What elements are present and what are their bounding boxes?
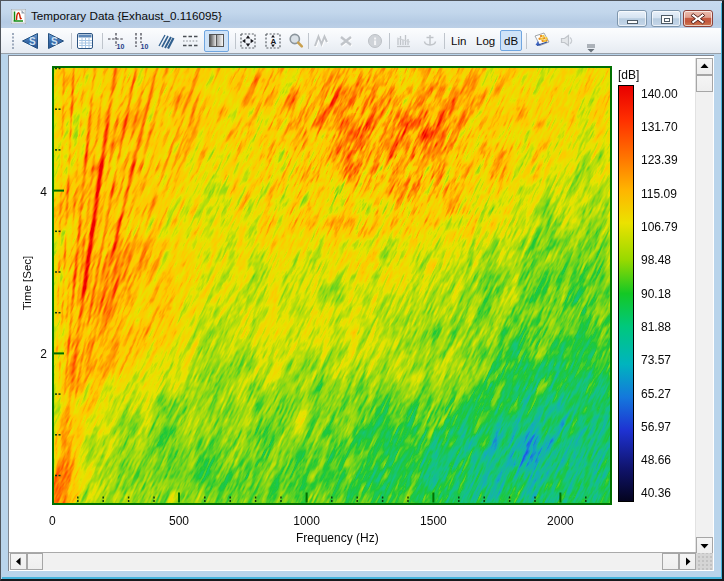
svg-text:10: 10 [117, 43, 125, 50]
svg-text:10: 10 [141, 43, 149, 50]
svg-text:A: A [270, 37, 276, 46]
svg-text:S: S [29, 36, 36, 47]
svg-text:S: S [51, 36, 58, 47]
